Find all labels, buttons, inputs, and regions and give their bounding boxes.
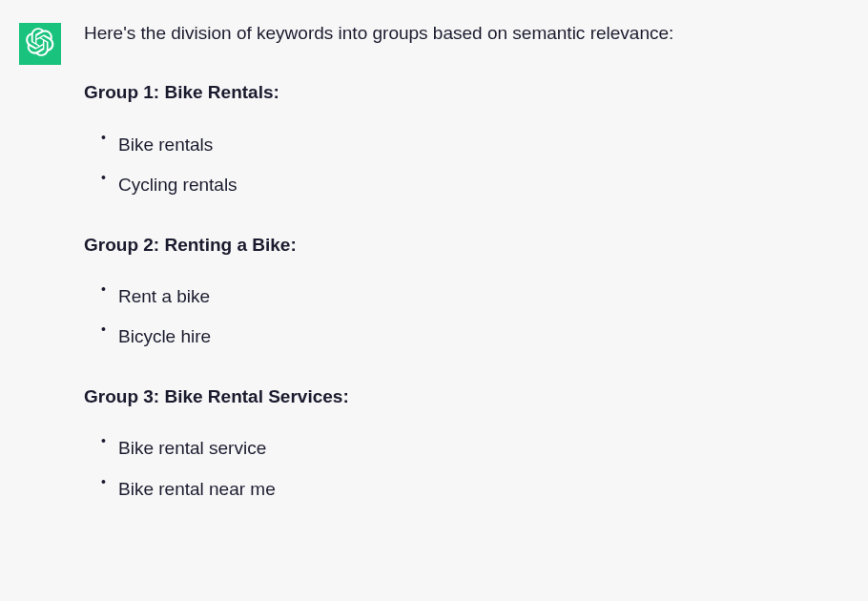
group-title: Group 2: Renting a Bike:: [84, 231, 849, 259]
list-item: Bike rental service: [101, 434, 849, 463]
group-list: Bike rental service Bike rental near me: [84, 434, 849, 504]
list-item: Bicycle hire: [101, 322, 849, 351]
message-content: Here's the division of keywords into gro…: [84, 19, 849, 534]
group-title: Group 1: Bike Rentals:: [84, 78, 849, 107]
message-row: Here's the division of keywords into gro…: [19, 19, 849, 534]
assistant-avatar: [19, 23, 61, 65]
group-title: Group 3: Bike Rental Services:: [84, 383, 849, 411]
intro-text: Here's the division of keywords into gro…: [84, 19, 849, 48]
list-item: Rent a bike: [101, 282, 849, 311]
openai-logo-icon: [26, 28, 54, 60]
list-item: Cycling rentals: [101, 171, 849, 199]
group-list: Bike rentals Cycling rentals: [84, 131, 849, 200]
list-item: Bike rental near me: [101, 475, 849, 504]
group-list: Rent a bike Bicycle hire: [84, 282, 849, 352]
list-item: Bike rentals: [101, 131, 849, 159]
